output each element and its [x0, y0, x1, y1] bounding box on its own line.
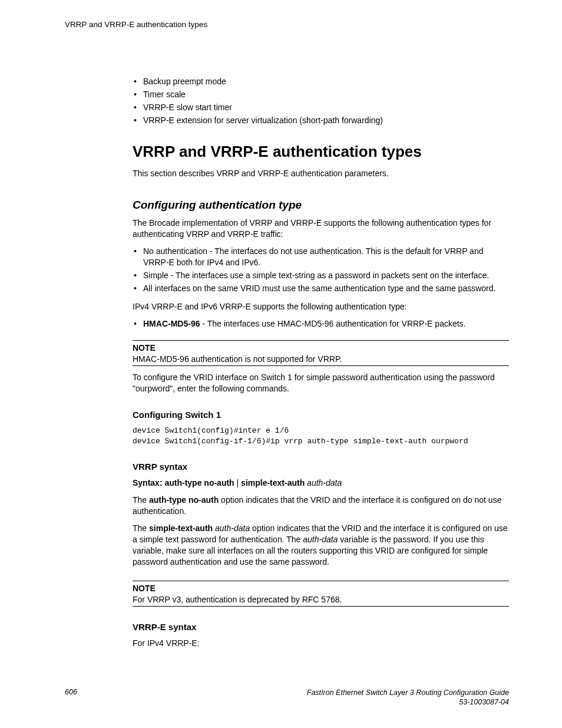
paragraph: The Brocade implementation of VRRP and V… [133, 218, 509, 240]
auth-types-list: No authentication - The interfaces do no… [133, 246, 509, 294]
list-item: All interfaces on the same VRID must use… [133, 283, 509, 294]
paragraph: The auth-type no-auth option indicates t… [133, 495, 509, 517]
paragraph: IPv4 VRRP-E and IPv6 VRRP-E supports the… [133, 301, 509, 312]
hmac-list: HMAC-MD5-96 - The interfaces use HMAC-MD… [133, 318, 509, 330]
top-bullet-list: Backup preempt mode Timer scale VRRP-E s… [133, 76, 509, 126]
section-heading: VRRP and VRRP-E authentication types [133, 143, 509, 161]
variable: auth-data [215, 523, 250, 533]
option-name: auth-type no-auth [149, 495, 219, 505]
text: The [133, 495, 149, 505]
syntax-line: Syntax: auth-type no-auth | simple-text-… [133, 477, 509, 489]
note-rule-top [133, 581, 509, 581]
list-item: Timer scale [133, 89, 509, 100]
config-heading: Configuring Switch 1 [133, 410, 509, 420]
note-rule-bottom [133, 606, 509, 607]
footer-text: FastIron Ethernet Switch Layer 3 Routing… [307, 688, 509, 707]
note-body: HMAC-MD5-96 authentication is not suppor… [133, 354, 509, 365]
note-label: NOTE [133, 584, 509, 593]
page-number: 606 [65, 688, 77, 696]
list-item: Simple - The interfaces use a simple tex… [133, 270, 509, 281]
footer-title: FastIron Ethernet Switch Layer 3 Routing… [307, 689, 509, 697]
paragraph: To configure the VRID interface on Switc… [133, 372, 509, 394]
note-rule-top [133, 340, 509, 341]
hmac-label: HMAC-MD5-96 [143, 319, 200, 328]
subsection-heading: Configuring authentication type [133, 199, 509, 212]
paragraph: The simple-text-auth auth-data option in… [133, 523, 509, 568]
footer-docnum: 53-1003087-04 [459, 698, 509, 706]
running-header: VRRP and VRRP-E authentication types [65, 20, 509, 29]
syntax-pipe: | [234, 478, 241, 487]
note-body: For VRRP v3, authentication is deprecate… [133, 594, 509, 605]
page-footer: 606 FastIron Ethernet Switch Layer 3 Rou… [65, 688, 509, 707]
content-column: Backup preempt mode Timer scale VRRP-E s… [133, 76, 509, 649]
intro-paragraph: This section describes VRRP and VRRP-E a… [133, 168, 509, 179]
list-item: HMAC-MD5-96 - The interfaces use HMAC-MD… [133, 318, 509, 330]
list-item: Backup preempt mode [133, 76, 509, 87]
syntax-mid: simple-text-auth [241, 478, 305, 487]
vrrp-syntax-heading: VRRP syntax [133, 462, 509, 472]
list-item: No authentication - The interfaces do no… [133, 246, 509, 268]
list-item: VRRP-E slow start timer [133, 102, 509, 113]
syntax-prefix: Syntax: auth-type no-auth [133, 478, 234, 487]
note-rule-bottom [133, 365, 509, 366]
syntax-var: auth-data [305, 478, 342, 487]
paragraph: For IPv4 VRRP-E: [133, 638, 509, 649]
note-label: NOTE [133, 343, 509, 353]
hmac-desc: - The interfaces use HMAC-MD5-96 authent… [200, 319, 465, 328]
code-block: device Switch1(config)#inter e 1/6 devic… [133, 426, 509, 446]
list-item: VRRP-E extension for server virtualizati… [133, 115, 509, 126]
vrrpe-syntax-heading: VRRP-E syntax [133, 622, 509, 632]
text: The [133, 523, 149, 533]
variable: auth-data [303, 535, 338, 544]
option-name: simple-text-auth [149, 523, 213, 533]
